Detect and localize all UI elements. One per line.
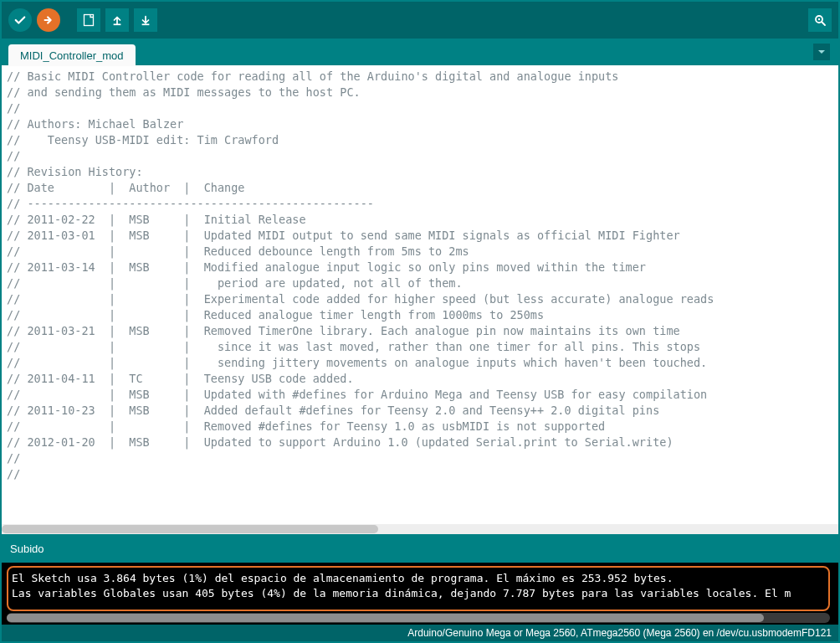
serial-monitor-button[interactable] [808,8,832,32]
save-sketch-button[interactable] [134,8,157,32]
svg-line-4 [822,22,825,25]
editor-wrap: // Basic MIDI Controller code for readin… [2,65,838,534]
console-line: El Sketch usa 3.864 bytes (1%) del espac… [12,571,825,586]
board-port-info: Arduino/Genuino Mega or Mega 2560, ATmeg… [407,627,832,639]
arduino-ide-window: MIDI_Controller_mod // Basic MIDI Contro… [0,0,840,643]
upload-button[interactable] [37,8,60,32]
new-sketch-button[interactable] [77,8,100,32]
console-line: Las variables Globales usan 405 bytes (4… [12,586,825,601]
footer-bar: Arduino/Genuino Mega or Mega 2560, ATmeg… [2,625,838,641]
tab-dropdown-button[interactable] [813,44,830,60]
svg-rect-0 [85,15,94,26]
console-output[interactable]: El Sketch usa 3.864 bytes (1%) del espac… [7,566,830,611]
verify-button[interactable] [8,8,32,32]
code-editor[interactable]: // Basic MIDI Controller code for readin… [2,65,838,524]
tab-midi-controller-mod[interactable]: MIDI_Controller_mod [8,44,136,66]
console-scrollbar-thumb[interactable] [7,614,764,622]
main-toolbar [2,2,838,39]
tabs-bar: MIDI_Controller_mod [2,39,838,65]
open-sketch-button[interactable] [105,8,129,32]
status-text: Subido [10,543,44,555]
editor-scrollbar-thumb[interactable] [2,525,378,533]
console-horizontal-scrollbar[interactable] [7,613,830,623]
editor-horizontal-scrollbar[interactable] [2,524,838,534]
svg-point-5 [818,18,820,20]
console-panel: El Sketch usa 3.864 bytes (1%) del espac… [2,563,838,625]
status-bar: Subido [2,534,838,563]
